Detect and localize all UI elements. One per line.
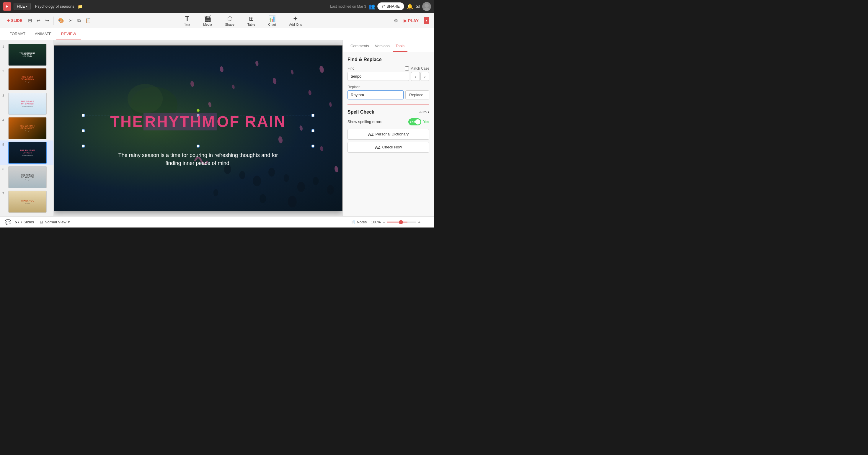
cut-button[interactable]: ✂ — [67, 16, 74, 25]
add-slide-button[interactable]: + SLIDE — [5, 17, 25, 25]
chart-icon: 📊 — [268, 15, 276, 22]
section-divider — [347, 104, 429, 105]
toggle-yes-label: Yes — [423, 120, 429, 124]
svg-point-8 — [255, 60, 259, 66]
match-case-checkbox[interactable] — [405, 66, 409, 70]
paste-button[interactable]: 📋 — [84, 16, 93, 25]
svg-point-15 — [190, 80, 194, 87]
spell-check-toggle[interactable] — [408, 118, 421, 125]
text-tool[interactable]: T Text — [182, 13, 192, 28]
right-panel: Comments Versions Tools Find & Replace F… — [342, 40, 434, 216]
chart-tool[interactable]: 📊 Chart — [266, 14, 278, 27]
zoom-out-icon[interactable]: − — [383, 220, 385, 225]
undo-button[interactable]: ↩ — [35, 16, 42, 25]
slide-thumbnail-7: THANK YOU some text — [8, 191, 46, 213]
notifications-icon[interactable]: 🔔 — [407, 3, 413, 10]
svg-point-31 — [259, 194, 266, 203]
addons-tool[interactable]: ✦ Add-Ons — [287, 14, 304, 27]
tab-review[interactable]: REVIEW — [56, 28, 81, 40]
panel-bottom: Library New Gallery — [0, 214, 54, 216]
paint-format-button[interactable]: 🎨 — [57, 16, 66, 25]
notes-icon: 📄 — [350, 220, 355, 224]
find-replace-title: Find & Replace — [347, 57, 429, 62]
file-menu-button[interactable]: FILE ▾ — [13, 3, 31, 10]
slide-thumb-4[interactable]: 4 THE WARMTHOF SUMMER some descriptive t… — [0, 116, 54, 140]
zoom-section: 100% − + — [371, 220, 421, 225]
slide-background: THE RHYTHM OF RAIN The rainy season is a… — [54, 46, 342, 211]
spell-check-section: Spell Check Auto ▾ — [347, 109, 429, 115]
share-icon: ⇄ — [382, 4, 385, 8]
share-button[interactable]: ⇄ SHARE — [377, 2, 404, 10]
media-tool[interactable]: 🎬 Media — [201, 14, 214, 27]
shape-tool[interactable]: ⬡ Shape — [223, 14, 237, 27]
tab-tools[interactable]: Tools — [393, 40, 407, 52]
slide-thumb-2[interactable]: 2 THE RUSTOF AUTUMN some descriptive tex… — [0, 67, 54, 92]
slide-thumbnail-4: THE WARMTHOF SUMMER some descriptive tex… — [8, 117, 46, 139]
spell-check-title: Spell Check — [347, 109, 374, 115]
svg-point-9 — [272, 77, 277, 85]
main-tabs: FORMAT ANIMATE REVIEW — [5, 28, 81, 40]
svg-point-6 — [219, 66, 224, 72]
slide-current-num: 5 — [15, 220, 17, 224]
slide-thumbnail-3: THE GRACEOF SPRING some descriptive text — [8, 93, 46, 115]
show-errors-label: Show spelling errors — [347, 120, 382, 124]
replace-input[interactable] — [347, 90, 404, 99]
last-modified-label: Last modified on Mar 3 — [330, 4, 366, 8]
check-now-button[interactable]: AZ Check Now — [347, 142, 429, 153]
auto-caret-icon: ▾ — [428, 110, 429, 113]
collab-people-icon[interactable]: 👥 — [368, 3, 375, 10]
media-icon: 🎬 — [204, 15, 211, 22]
tab-versions[interactable]: Versions — [372, 40, 393, 52]
zoom-slider[interactable] — [387, 222, 416, 223]
personal-dict-icon: AZ — [368, 132, 374, 137]
find-label: Find — [347, 66, 354, 70]
zoom-in-icon[interactable]: + — [418, 220, 421, 225]
find-input[interactable] — [347, 72, 409, 81]
tab-format[interactable]: FORMAT — [5, 28, 30, 40]
user-avatar[interactable] — [422, 2, 431, 11]
spell-auto-badge[interactable]: Auto ▾ — [419, 110, 429, 114]
tab-comments[interactable]: Comments — [347, 40, 372, 52]
tab-animate[interactable]: ANIMATE — [30, 28, 56, 40]
replace-dropdown-button[interactable]: ▾ — [427, 91, 429, 99]
zoom-percent-label: 100% — [371, 220, 380, 224]
table-tool[interactable]: ⊞ Table — [245, 14, 257, 27]
redo-button[interactable]: ↪ — [44, 16, 51, 25]
sub-toolbar: FORMAT ANIMATE REVIEW — [0, 28, 434, 40]
copy-button[interactable]: ⧉ — [76, 17, 82, 25]
check-now-icon: AZ — [375, 145, 380, 150]
slide-thumb-5[interactable]: 5 THE RHYTHMOF RAIN some descriptive tex… — [0, 140, 54, 165]
notes-button[interactable]: 📄 Notes — [350, 220, 367, 224]
app-logo — [3, 2, 11, 11]
normal-view-button[interactable]: ⊟ Normal View ▾ — [37, 219, 72, 225]
toolbar-right: ⚙ ▶ PLAY ▾ — [394, 17, 429, 25]
settings-button[interactable]: ⚙ — [394, 18, 398, 24]
personal-dictionary-button[interactable]: AZ Personal Dictionary — [347, 129, 429, 139]
play-button[interactable]: ▶ PLAY — [401, 17, 422, 25]
svg-point-24 — [268, 168, 275, 176]
play-caret-button[interactable]: ▾ — [424, 17, 429, 24]
main-content: 1 TRANSITIONINGTHROUGHSEASONS 2 THE RUST… — [0, 40, 434, 216]
play-arrow-icon: ▶ — [404, 18, 407, 23]
messages-icon[interactable]: ✉ — [415, 3, 420, 10]
right-panel-content: Find & Replace Find Match Case ‹ › — [343, 52, 434, 160]
slide-view-icon[interactable]: ⊟ — [27, 16, 33, 25]
slide-thumb-6[interactable]: 6 THE WINDSOF WINTER some descriptive te… — [0, 165, 54, 189]
normal-view-caret-icon: ▾ — [68, 220, 70, 224]
collab-section: 👥 ⇄ SHARE 🔔 ✉ — [368, 2, 431, 11]
svg-point-5 — [128, 84, 163, 113]
presentation-title: Psychology of seasons — [35, 4, 74, 8]
slide-thumb-3[interactable]: 3 THE GRACEOF SPRING some descriptive te… — [0, 92, 54, 116]
slide-thumb-7[interactable]: 7 THANK YOU some text — [0, 189, 54, 214]
replace-button[interactable]: Replace — [406, 91, 427, 99]
find-prev-button[interactable]: ‹ — [411, 72, 420, 81]
fullscreen-button[interactable]: ⛶ — [425, 220, 429, 225]
slide-thumbnail-1: TRANSITIONINGTHROUGHSEASONS — [8, 44, 46, 66]
slide-thumb-1[interactable]: 1 TRANSITIONINGTHROUGHSEASONS — [0, 42, 54, 67]
chat-button[interactable]: 💬 — [5, 219, 11, 225]
svg-point-2 — [425, 4, 429, 8]
svg-point-14 — [208, 101, 212, 107]
svg-point-25 — [284, 174, 289, 182]
slide-counter: 5 / 7 Slides — [15, 220, 34, 224]
find-next-button[interactable]: › — [421, 72, 429, 81]
